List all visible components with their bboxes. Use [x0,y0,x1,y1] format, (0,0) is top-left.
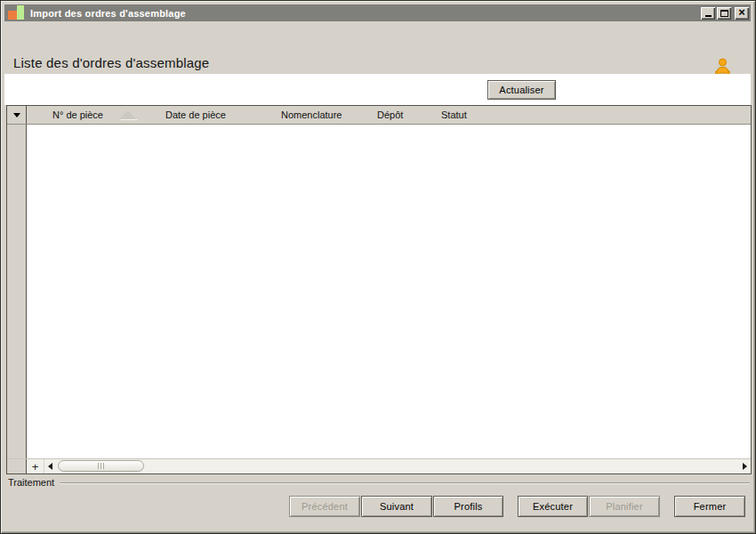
row-selector-dropdown[interactable] [7,106,27,124]
app-icon [7,5,26,20]
previous-button[interactable]: Précédent [289,496,360,517]
column-header-statut[interactable]: Statut [441,109,467,120]
grid-header-row: N° de pièce Date de pièce Nomenclature D… [7,106,751,125]
close-button[interactable]: × [735,7,749,20]
next-button[interactable]: Suivant [361,496,432,517]
refresh-button[interactable]: Actualiser [487,80,556,100]
maximize-button[interactable] [717,7,731,20]
app-icon-orange-bar [8,11,17,20]
minimize-icon [705,15,712,17]
sort-ascending-icon [119,110,137,119]
grid-body-empty[interactable] [7,125,751,458]
horizontal-scrollbar[interactable] [44,459,751,473]
scrollbar-track[interactable] [56,459,739,473]
titlebar[interactable]: Import des ordres d'assemblage × [4,4,751,21]
traitement-group-line [60,482,750,484]
arrow-left-icon [48,463,52,470]
scrollbar-thumb[interactable] [58,460,144,472]
column-header-depot[interactable]: Dépôt [377,109,403,120]
window-title: Import des ordres d'assemblage [30,8,699,19]
chevron-down-icon [13,113,20,117]
column-header-nomenclature[interactable]: Nomenclature [281,109,342,120]
grid-footer: + [7,458,751,473]
profiles-button[interactable]: Profils [433,496,503,517]
scroll-left-button[interactable] [44,459,56,473]
scrollbar-grip-icon [98,463,105,469]
page-header: Liste des d'ordres d'assemblage [4,21,751,74]
app-icon-green-bar [17,5,24,20]
grid-footer-stub [7,459,27,473]
scroll-right-button[interactable] [739,459,751,473]
execute-button[interactable]: Exécuter [518,496,588,517]
toolbar: Actualiser [4,74,751,105]
close-dialog-button[interactable]: Fermer [674,496,745,517]
add-row-button[interactable]: + [27,459,44,473]
minimize-button[interactable] [701,7,715,20]
close-icon: × [738,8,745,17]
arrow-right-icon [743,463,747,470]
row-selector-column [7,125,27,458]
page-title: Liste des d'ordres d'assemblage [13,55,209,70]
orders-grid: N° de pièce Date de pièce Nomenclature D… [6,105,752,474]
schedule-button[interactable]: Planifier [589,496,660,517]
maximize-icon [720,10,728,17]
dialog-window: Import des ordres d'assemblage × Liste d… [0,0,756,534]
column-header-piece-date[interactable]: Date de pièce [165,109,226,120]
column-header-piece-number[interactable]: N° de pièce [52,109,103,120]
traitement-group-label: Traitement [8,477,58,488]
